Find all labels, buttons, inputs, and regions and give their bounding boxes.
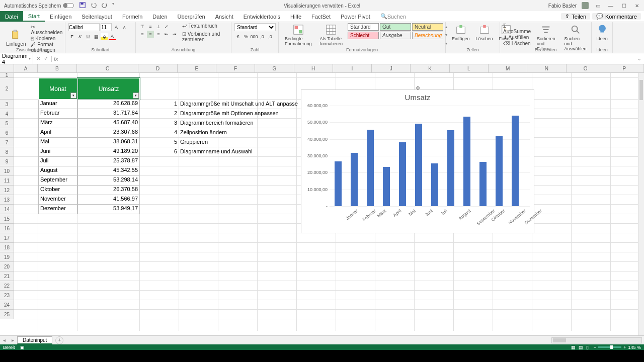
cell-D3[interactable]: 1 bbox=[140, 101, 177, 107]
cell-B8[interactable]: Juni bbox=[38, 147, 77, 157]
chart-bar[interactable] bbox=[335, 161, 342, 206]
comments-button[interactable]: 💬Kommentare bbox=[592, 13, 641, 20]
col-header-m[interactable]: M bbox=[489, 64, 527, 73]
merge-center-button[interactable]: ⊡ Verbinden und zentrieren bbox=[182, 31, 228, 42]
filter-button-monat[interactable]: ▾ bbox=[70, 93, 76, 99]
cell-C5[interactable]: 45.687,40 bbox=[77, 119, 140, 128]
row-header-20[interactable]: 20 bbox=[0, 262, 14, 272]
cell-style-neutral[interactable]: Neutral bbox=[412, 23, 443, 31]
cell-C10[interactable]: 45.342,55 bbox=[77, 166, 140, 176]
inc-decimal-icon[interactable]: ,0 bbox=[259, 33, 266, 40]
decrease-font-icon[interactable]: A bbox=[121, 24, 128, 31]
align-center-icon[interactable]: ≡ bbox=[147, 31, 154, 38]
tab-hilfe[interactable]: Hilfe bbox=[285, 11, 306, 22]
cell-B4[interactable]: Februar bbox=[38, 109, 77, 119]
macro-recorder-icon[interactable]: ▣ bbox=[20, 345, 25, 350]
select-all-corner[interactable] bbox=[0, 64, 14, 73]
chart-bar[interactable] bbox=[383, 167, 390, 206]
bold-button[interactable]: F bbox=[68, 33, 75, 40]
tab-powerpivot[interactable]: Power Pivot bbox=[336, 11, 375, 22]
cell-style-berechnung[interactable]: Berechnung bbox=[412, 32, 443, 39]
minimize-icon[interactable]: — bbox=[607, 3, 615, 9]
chart-bar[interactable] bbox=[399, 142, 406, 206]
save-icon[interactable] bbox=[79, 2, 86, 10]
confirm-formula-icon[interactable]: ✓ bbox=[44, 55, 48, 62]
cell-D4[interactable]: 2 bbox=[140, 110, 177, 116]
indent-dec-icon[interactable]: ⇤ bbox=[163, 31, 170, 38]
cell-E3[interactable]: Diagrammgröße mit Umschalt und ALT anpas… bbox=[180, 101, 298, 107]
table-header-umsatz[interactable]: Umsatz bbox=[77, 78, 140, 100]
row-header-14[interactable]: 14 bbox=[0, 205, 14, 214]
row-header-7[interactable]: 7 bbox=[0, 138, 14, 147]
formula-input[interactable] bbox=[60, 55, 635, 62]
chart-bar[interactable] bbox=[351, 153, 358, 206]
col-header-o[interactable]: O bbox=[567, 64, 605, 73]
tab-factset[interactable]: FactSet bbox=[306, 11, 336, 22]
close-icon[interactable]: ✕ bbox=[633, 3, 641, 9]
row-header-17[interactable]: 17 bbox=[0, 233, 14, 243]
cancel-formula-icon[interactable]: ✕ bbox=[36, 55, 41, 62]
align-top-icon[interactable]: ⊤ bbox=[139, 23, 146, 30]
cell-B5[interactable]: März bbox=[38, 119, 77, 128]
row-header-2[interactable]: 2 bbox=[0, 78, 14, 100]
tab-ueberpruefen[interactable]: Überprüfen bbox=[173, 11, 210, 22]
cell-style-ausgabe[interactable]: Ausgabe bbox=[380, 32, 411, 39]
zoom-out-icon[interactable]: − bbox=[594, 345, 596, 350]
sheet-tab-dateninput[interactable]: Dateninput bbox=[17, 336, 52, 344]
indent-inc-icon[interactable]: ⇥ bbox=[171, 31, 178, 38]
align-middle-icon[interactable]: ≡ bbox=[147, 23, 154, 30]
row-header-6[interactable]: 6 bbox=[0, 128, 14, 138]
page-layout-view-icon[interactable]: ▤ bbox=[579, 345, 583, 350]
chart-bar[interactable] bbox=[463, 117, 470, 206]
col-header-b[interactable]: B bbox=[38, 64, 76, 73]
cell-E7[interactable]: Gruppieren bbox=[180, 139, 208, 145]
redo-icon[interactable] bbox=[101, 2, 108, 10]
cell-D6[interactable]: 4 bbox=[140, 129, 177, 135]
cell-C13[interactable]: 41.566,97 bbox=[77, 195, 140, 205]
cell-E8[interactable]: Diagrammname und Auswahl bbox=[180, 148, 253, 154]
ribbon-display-icon[interactable]: ▭ bbox=[594, 3, 602, 9]
qat-customize-icon[interactable]: ▾ bbox=[112, 2, 114, 10]
cell-C7[interactable]: 38.068,31 bbox=[77, 138, 140, 147]
underline-button[interactable]: U bbox=[85, 33, 92, 40]
cell-B11[interactable]: September bbox=[38, 176, 77, 186]
filter-button-umsatz[interactable]: ▾ bbox=[133, 93, 139, 99]
cell-D8[interactable]: 6 bbox=[140, 148, 177, 154]
chevron-down-icon[interactable]: ▾ bbox=[29, 56, 31, 61]
chart-bar[interactable] bbox=[431, 163, 438, 206]
percent-icon[interactable]: % bbox=[243, 33, 250, 40]
expand-formula-icon[interactable]: ⌄ bbox=[635, 56, 644, 61]
col-header-c[interactable]: C bbox=[77, 64, 139, 73]
share-button[interactable]: ⇪Teilen bbox=[561, 13, 590, 20]
embedded-chart[interactable]: ✥ Umsatz -10.000,0020.000,0030.000,0040.… bbox=[301, 89, 534, 233]
align-left-icon[interactable]: ≡ bbox=[139, 31, 146, 38]
cell-B6[interactable]: April bbox=[38, 128, 77, 138]
name-box[interactable]: Diagramm 4▾ bbox=[0, 53, 33, 65]
row-header-16[interactable]: 16 bbox=[0, 224, 14, 233]
row-header-23[interactable]: 23 bbox=[0, 291, 14, 300]
cell-E5[interactable]: Diagrammbereich formatieren bbox=[180, 120, 254, 126]
delete-cells-button[interactable]: Löschen bbox=[473, 23, 496, 42]
row-header-22[interactable]: 22 bbox=[0, 281, 14, 291]
fill-color-button[interactable]: ⬙ bbox=[101, 33, 108, 40]
col-header-n[interactable]: N bbox=[527, 64, 566, 73]
chart-bar[interactable] bbox=[367, 130, 374, 206]
cell-C9[interactable]: 25.378,87 bbox=[77, 157, 140, 166]
zoom-level[interactable]: 145 % bbox=[628, 345, 641, 350]
chart-plot-area[interactable]: -10.000,0020.000,0030.000,0040.000,0050.… bbox=[330, 106, 530, 206]
cell-B12[interactable]: Oktober bbox=[38, 186, 77, 195]
row-header-13[interactable]: 13 bbox=[0, 195, 14, 205]
zoom-in-icon[interactable]: + bbox=[623, 345, 626, 350]
cell-C12[interactable]: 26.370,58 bbox=[77, 186, 140, 195]
col-header-f[interactable]: F bbox=[216, 64, 255, 73]
chart-title[interactable]: Umsatz bbox=[301, 93, 534, 102]
fx-icon[interactable]: fx bbox=[51, 56, 60, 62]
autosave-switch-icon[interactable] bbox=[63, 3, 74, 8]
cell-C4[interactable]: 31.717,84 bbox=[77, 109, 140, 119]
copy-button[interactable]: ⎘ Kopieren bbox=[31, 36, 62, 41]
chart-bar[interactable] bbox=[512, 116, 519, 206]
chart-bar[interactable] bbox=[479, 162, 487, 206]
cell-C11[interactable]: 53.298,14 bbox=[77, 176, 140, 186]
number-format-select[interactable]: Standard bbox=[234, 23, 276, 31]
row-header-9[interactable]: 9 bbox=[0, 157, 14, 166]
